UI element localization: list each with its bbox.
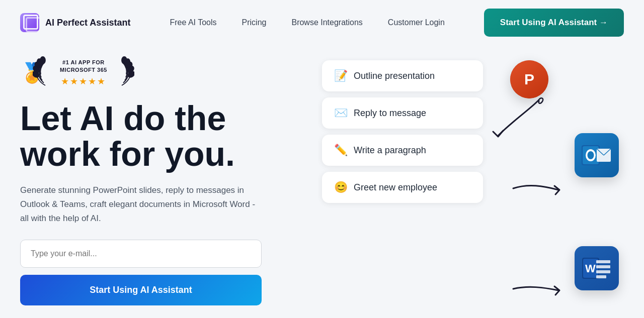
award-badge: 🏅 #1 AI APP FORMICROSOFT 365 [20, 55, 302, 90]
arrow-curved-svg-icon [483, 95, 548, 151]
svg-point-7 [122, 57, 127, 64]
outlook-svg-icon [582, 143, 612, 168]
navbar: AI Perfect Assistant Free AI Tools Prici… [0, 0, 644, 45]
main-content: 🏅 #1 AI APP FORMICROSOFT 365 [0, 45, 644, 318]
award-title: #1 AI APP FORMICROSOFT 365 [60, 59, 107, 74]
feature-label-outline: Outline presentation [354, 71, 435, 81]
outline-emoji-icon: 📝 [334, 69, 348, 82]
hero-heading-line2: work for you. [20, 135, 235, 173]
nav-brand: AI Perfect Assistant [20, 13, 130, 32]
logo-icon [20, 13, 39, 32]
feature-card-outline: 📝 Outline presentation [322, 60, 483, 91]
free-ai-tools-link[interactable]: Free AI Tools [170, 18, 216, 27]
nav-links: Free AI Tools Pricing Browse Integration… [170, 18, 444, 27]
feature-cards: 📝 Outline presentation ✉️ Reply to messa… [322, 60, 483, 203]
greet-emoji-icon: 😊 [334, 181, 348, 194]
hero-heading: Let AI do the work for you. [20, 100, 302, 172]
start-button[interactable]: Start Using AI Assistant [20, 275, 262, 305]
feature-card-greet: 😊 Greet new employee [322, 172, 483, 203]
svg-rect-20 [596, 260, 610, 263]
feature-card-write: ✏️ Write a paragraph [322, 135, 483, 166]
hero-right: 📝 Outline presentation ✉️ Reply to messa… [322, 55, 624, 318]
cta-button[interactable]: Start Using AI Assistant → [484, 9, 624, 37]
word-app-icon: W [575, 246, 619, 290]
customer-login-link[interactable]: Customer Login [388, 18, 445, 27]
write-emoji-icon: ✏️ [334, 144, 348, 157]
brand-name: AI Perfect Assistant [45, 18, 130, 28]
laurel-left-svg-icon [33, 55, 54, 90]
arrow-outlook-svg-icon [508, 176, 569, 201]
feature-label-write: Write a paragraph [354, 145, 426, 156]
pricing-link[interactable]: Pricing [242, 18, 267, 27]
svg-point-13 [588, 151, 594, 159]
svg-text:W: W [585, 262, 596, 275]
svg-rect-23 [596, 275, 606, 278]
svg-rect-22 [596, 270, 610, 273]
hero-heading-line1: Let AI do the [20, 99, 226, 137]
outlook-app-icon [575, 133, 619, 177]
award-text: #1 AI APP FORMICROSOFT 365 ★★★★★ [60, 59, 107, 87]
feature-label-greet: Greet new employee [354, 182, 437, 193]
stars: ★★★★★ [60, 76, 107, 87]
hero-subtext: Generate stunning PowerPoint slides, rep… [20, 183, 262, 226]
feature-label-reply: Reply to message [354, 108, 426, 119]
browse-integrations-link[interactable]: Browse Integrations [291, 18, 362, 27]
powerpoint-letter: P [524, 71, 534, 88]
powerpoint-app-icon: P [510, 60, 548, 98]
word-svg-icon: W [582, 255, 611, 281]
arrow-word-svg-icon [508, 276, 569, 301]
email-input[interactable] [20, 240, 262, 268]
reply-emoji-icon: ✉️ [334, 107, 348, 120]
laurel-right-svg-icon [113, 55, 134, 90]
hero-left: 🏅 #1 AI APP FORMICROSOFT 365 [20, 55, 302, 318]
feature-card-reply: ✉️ Reply to message [322, 97, 483, 129]
svg-point-2 [40, 57, 45, 64]
svg-rect-21 [596, 265, 610, 268]
